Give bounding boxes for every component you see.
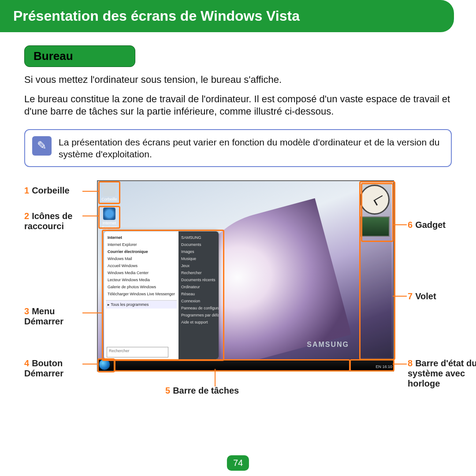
sm-item[interactable]: Télécharger Windows Live Messenger [106,290,177,298]
taskbar[interactable] [98,359,393,371]
sm-item[interactable]: Réseau [180,290,219,298]
page-title: Présentation des écrans de Windows Vista [0,0,454,32]
lead-7 [393,296,407,297]
intro-paragraph-2: Le bureau constitue la zone de travail d… [24,93,452,118]
sm-internet[interactable]: Internet [106,234,177,241]
lead-5 [215,369,216,387]
sm-item[interactable]: Documents récents [180,276,219,283]
sm-item[interactable]: Jeux [180,262,219,269]
sm-item[interactable]: Ordinateur [180,283,219,290]
note-box: ✎ La présentation des écrans peut varier… [24,129,452,167]
callout-1: 1Corbeille [24,186,70,196]
callout-6: 6Gadget [408,220,446,230]
callout-4: 4Bouton Démarrer [24,358,95,379]
sm-item[interactable]: Galerie de photos Windows [106,283,177,290]
annotated-figure: SAMSUNG Corbeille Internet Explorer Inte… [24,180,452,409]
note-text: La présentation des écrans peut varier e… [59,136,444,160]
lead-6 [393,224,407,225]
callout-3: 3Menu Démarrer [24,306,95,327]
desktop-screenshot: SAMSUNG Corbeille Internet Explorer Inte… [97,180,394,372]
sm-item[interactable]: Windows Media Center [106,269,177,276]
sm-internet-sub: Internet Explorer [106,241,177,248]
callout-7: 7Volet [408,291,436,301]
sm-search-input[interactable]: Rechercher [107,347,168,357]
intro-paragraph-1: Si vous mettez l'ordinateur sous tension… [24,74,452,86]
section-heading: Bureau [24,45,135,67]
sm-item[interactable]: Lecteur Windows Media [106,276,177,283]
recycle-bin-label: Corbeille [101,197,117,201]
recycle-bin-icon[interactable]: Corbeille [101,184,117,201]
lead-8 [393,364,407,364]
callout-8: 8Barre d'état du système avec horloge [408,358,476,389]
sm-item[interactable]: Programmes par défaut [180,312,219,319]
start-menu-right: SAMSUNG Documents Images Musique Jeux Re… [178,231,219,359]
page-number: 74 [227,455,249,471]
ie-shortcut-icon[interactable]: Internet Explorer [101,208,117,230]
sm-mail[interactable]: Courrier électronique [106,248,177,255]
sm-item[interactable]: Documents [180,241,219,248]
brand-logo: SAMSUNG [307,341,349,349]
slideshow-gadget[interactable] [361,216,390,237]
ie-shortcut-label: Internet Explorer [102,221,117,230]
sm-item[interactable]: Aide et support [180,319,219,326]
sm-item[interactable]: Images [180,248,219,255]
lead-1 [82,191,98,192]
sm-item[interactable]: Musique [180,255,219,262]
sm-item[interactable]: Accueil Windows [106,262,177,269]
start-menu-left: Internet Internet Explorer Courrier élec… [104,231,178,359]
sm-mail-sub: Windows Mail [106,255,177,262]
sm-item[interactable]: Panneau de configuration [180,305,219,312]
system-tray[interactable]: EN 16:10 [376,364,392,369]
pencil-icon: ✎ [32,136,52,156]
sm-user: SAMSUNG [180,234,219,241]
clock-gadget[interactable] [360,185,390,215]
callout-5: 5Barre de tâches [165,386,239,396]
sm-item[interactable]: Connexion [180,298,219,305]
sm-item[interactable]: Rechercher [180,269,219,276]
sm-all-programs[interactable]: ▸ Tous les programmes [106,300,177,309]
callout-2: 2Icônes de raccourci [24,211,95,231]
start-menu[interactable]: Internet Internet Explorer Courrier élec… [104,231,219,359]
